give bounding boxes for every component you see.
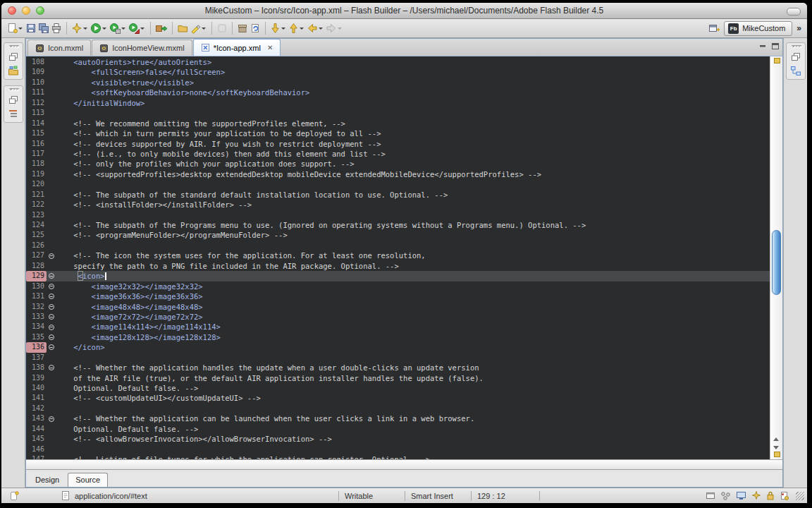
line-number[interactable]: 144 xyxy=(26,424,47,434)
editor-tab-iconhomeview-mxml[interactable]: IconHomeView.mxml xyxy=(92,40,192,56)
line-text[interactable]: <image72x72></image72x72> xyxy=(56,312,770,322)
maximize-view-icon[interactable] xyxy=(771,42,780,50)
line-number[interactable]: 139 xyxy=(26,373,47,383)
code-line-120[interactable]: 120 xyxy=(26,179,770,189)
line-number[interactable]: 134 xyxy=(26,322,47,332)
line-number[interactable]: 122 xyxy=(26,200,47,210)
line-number[interactable]: 114 xyxy=(26,119,47,128)
line-text[interactable]: <!-- <allowBrowserInvocation></allowBrow… xyxy=(56,434,770,444)
code-line-114[interactable]: 114 <!-- We recommend omitting the suppo… xyxy=(26,119,770,128)
code-line-147[interactable]: 147 <!-- Listing of file types for which… xyxy=(26,454,770,459)
toolbar-overflow-chevron[interactable]: » xyxy=(796,23,801,33)
fold-marker[interactable] xyxy=(47,322,56,332)
line-text[interactable]: <autoOrients>true</autoOrients> xyxy=(56,57,770,67)
line-number[interactable]: 111 xyxy=(26,87,47,97)
refresh-button[interactable] xyxy=(249,20,262,36)
code-line-145[interactable]: 145 <!-- <allowBrowserInvocation></allow… xyxy=(26,434,770,444)
line-number[interactable]: 145 xyxy=(26,434,47,444)
code-line-123[interactable]: 123 xyxy=(26,210,770,220)
line-text[interactable]: <softKeyboardBehavior>none</softKeyboard… xyxy=(56,87,770,97)
line-text[interactable]: <!-- <supportedProfiles>desktop extended… xyxy=(56,169,770,179)
line-text[interactable]: specify the path to a PNG file included … xyxy=(56,261,770,271)
code-line-127[interactable]: 127 <!-- The icon the system uses for th… xyxy=(26,250,770,260)
line-number[interactable]: 130 xyxy=(26,282,47,291)
code-line-109[interactable]: 109 <fullScreen>false</fullScreen> xyxy=(26,67,770,77)
line-text[interactable]: <!-- <programMenuFolder></programMenuFol… xyxy=(56,230,770,240)
line-text[interactable]: <image114x114></image114x114> xyxy=(56,322,770,332)
line-number[interactable]: 117 xyxy=(26,149,47,159)
tab-source[interactable]: Source xyxy=(68,473,108,487)
open-perspective-icon[interactable] xyxy=(708,23,720,34)
line-text[interactable]: <!-- Whether the application can be laun… xyxy=(56,413,770,423)
scrollbar-thumb[interactable] xyxy=(772,230,781,295)
fold-marker[interactable] xyxy=(47,282,56,291)
new-wizard-dropdown[interactable] xyxy=(83,28,87,30)
line-text[interactable]: <image128x128></image128x128> xyxy=(56,332,770,342)
lock-icon[interactable] xyxy=(766,491,775,500)
line-text[interactable]: Optional. Default false. --> xyxy=(56,383,770,393)
annotation-mark[interactable] xyxy=(774,58,780,64)
line-number[interactable]: 129 xyxy=(26,271,47,281)
fold-marker[interactable] xyxy=(47,271,56,281)
line-text[interactable]: <!-- Whether the application handles the… xyxy=(56,363,770,373)
line-text[interactable]: of the AIR file (true), or the default A… xyxy=(56,373,770,383)
code-line-132[interactable]: 132 <image48x48></image48x48> xyxy=(26,302,770,312)
new-wizard-button[interactable] xyxy=(70,20,90,36)
source-editor[interactable]: 108 <autoOrients>true</autoOrients>109 <… xyxy=(26,56,782,459)
fold-marker[interactable] xyxy=(47,332,56,342)
line-text[interactable]: <!-- <installFolder></installFolder> --> xyxy=(56,200,770,210)
line-number[interactable]: 113 xyxy=(26,108,47,118)
code-line-117[interactable]: 117 <!-- (i.e., to only mobile devices) … xyxy=(26,149,770,159)
back-button[interactable] xyxy=(306,20,325,36)
profile-button[interactable] xyxy=(128,20,147,36)
line-text[interactable]: <!-- The subpath of the Programs menu to… xyxy=(56,220,770,230)
line-number[interactable]: 123 xyxy=(26,210,47,220)
line-text[interactable]: <!-- The subpath of the standard default… xyxy=(56,190,770,200)
archive-button[interactable] xyxy=(236,20,249,36)
line-number[interactable]: 110 xyxy=(26,78,47,87)
line-text[interactable] xyxy=(56,445,770,454)
code-line-122[interactable]: 122 <!-- <installFolder></installFolder>… xyxy=(26,200,770,210)
line-number[interactable]: 119 xyxy=(26,169,47,179)
line-text[interactable]: <!-- The icon the system uses for the ap… xyxy=(56,250,770,260)
print-button[interactable] xyxy=(50,20,63,36)
editor-tab-icon-mxml[interactable]: Icon.mxml xyxy=(27,40,91,56)
line-text[interactable] xyxy=(56,241,770,250)
line-text[interactable] xyxy=(56,179,770,189)
export-release-button[interactable] xyxy=(154,20,168,36)
line-text[interactable]: </initialWindow> xyxy=(56,98,770,108)
line-number[interactable]: 131 xyxy=(26,291,47,301)
restore-view-icon[interactable] xyxy=(790,52,801,62)
line-text[interactable]: <!-- Listing of file types for which the… xyxy=(56,454,770,459)
line-number[interactable]: 137 xyxy=(26,353,47,363)
outline-icon[interactable] xyxy=(8,109,19,119)
fold-marker[interactable] xyxy=(47,413,56,423)
code-line-136[interactable]: 136 </icon> xyxy=(26,342,770,352)
code-line-142[interactable]: 142 xyxy=(26,404,770,413)
code-line-133[interactable]: 133 <image72x72></image72x72> xyxy=(26,312,770,322)
last-edit-dropdown[interactable] xyxy=(281,28,285,30)
line-text[interactable]: <!-- <customUpdateUI></customUpdateUI> -… xyxy=(56,393,770,403)
forward-button[interactable] xyxy=(325,20,344,36)
line-number[interactable]: 136 xyxy=(26,342,47,352)
line-number[interactable]: 121 xyxy=(26,190,47,200)
next-annotation-button[interactable] xyxy=(288,20,306,36)
back-dropdown[interactable] xyxy=(319,28,323,30)
scroll-up-arrow[interactable] xyxy=(773,437,779,441)
code-line-118[interactable]: 118 <!-- only the profiles which your ap… xyxy=(26,159,770,169)
data-services-icon[interactable] xyxy=(790,66,801,76)
line-text[interactable]: </icon> xyxy=(56,342,770,352)
line-text[interactable]: <!-- only the profiles which your applic… xyxy=(56,159,770,169)
line-number[interactable]: 147 xyxy=(26,454,47,459)
toolbar-toggle-pill[interactable] xyxy=(787,8,801,16)
line-text[interactable]: <image32x32></image32x32> xyxy=(56,282,770,291)
line-number[interactable]: 112 xyxy=(26,98,47,108)
line-number[interactable]: 127 xyxy=(26,250,47,260)
line-number[interactable]: 140 xyxy=(26,383,47,393)
code-line-138[interactable]: 138 <!-- Whether the application handles… xyxy=(26,363,770,373)
code-line-131[interactable]: 131 <image36x36></image36x36> xyxy=(26,291,770,301)
code-line-108[interactable]: 108 <autoOrients>true</autoOrients> xyxy=(26,57,770,67)
annotation-mark[interactable] xyxy=(774,452,780,457)
line-text[interactable] xyxy=(56,404,770,413)
code-line-146[interactable]: 146 xyxy=(26,445,770,454)
